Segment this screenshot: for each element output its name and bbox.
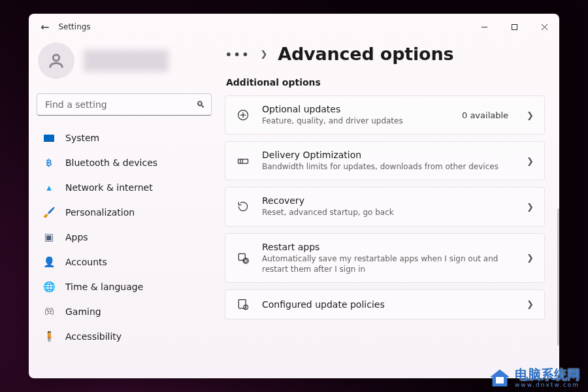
watermark-url: www.dnxtw.com xyxy=(515,382,580,388)
apps-icon: ▣ xyxy=(43,231,55,243)
sidebar-item-network[interactable]: ▴ Network & internet xyxy=(35,176,213,199)
accessibility-icon: 🧍 xyxy=(43,331,55,342)
scrollbar-thumb[interactable] xyxy=(557,208,559,346)
card-optional-updates[interactable]: Optional updates Feature, quality, and d… xyxy=(225,95,545,135)
main-content: ••• ❯ Advanced options Additional option… xyxy=(220,40,559,378)
sidebar-item-label: Time & language xyxy=(65,282,143,292)
card-configured-policies[interactable]: Configured update policies ❯ xyxy=(225,289,545,319)
watermark-text: 电脑系统网 xyxy=(515,368,580,381)
card-body: Restart apps Automatically save my resta… xyxy=(262,242,508,274)
window-body: 🔍︎ System ฿︎ Bluetooth & devices ▴ Netwo… xyxy=(29,40,559,378)
maximize-button[interactable] xyxy=(499,14,529,40)
card-title: Delivery Optimization xyxy=(262,150,508,160)
sidebar-item-accessibility[interactable]: 🧍 Accessibility xyxy=(35,325,213,348)
bluetooth-icon: ฿︎ xyxy=(43,157,55,169)
recovery-icon xyxy=(236,200,250,213)
avatar xyxy=(38,42,74,79)
system-icon xyxy=(43,132,55,144)
breadcrumb: ••• ❯ Advanced options xyxy=(225,44,545,64)
back-button[interactable]: ← xyxy=(41,21,58,33)
card-body: Recovery Reset, advanced startup, go bac… xyxy=(262,195,508,218)
svg-rect-1 xyxy=(512,24,517,29)
svg-point-4 xyxy=(53,55,59,61)
card-title: Configured update policies xyxy=(262,299,508,310)
chevron-right-icon: ❯ xyxy=(260,49,267,59)
watermark: 电脑系统网 www.dnxtw.com xyxy=(490,368,580,388)
sidebar-item-label: Bluetooth & devices xyxy=(65,157,157,168)
profile-block[interactable] xyxy=(35,40,213,91)
card-body: Optional updates Feature, quality, and d… xyxy=(262,104,450,126)
sidebar-item-apps[interactable]: ▣ Apps xyxy=(35,225,213,249)
profile-name-redacted xyxy=(84,50,169,72)
sidebar: 🔍︎ System ฿︎ Bluetooth & devices ▴ Netwo… xyxy=(29,40,220,378)
card-recovery[interactable]: Recovery Reset, advanced startup, go bac… xyxy=(225,187,545,226)
minimize-button[interactable] xyxy=(469,14,499,40)
svg-rect-8 xyxy=(238,159,248,164)
chevron-right-icon: ❯ xyxy=(527,299,534,309)
svg-rect-13 xyxy=(238,299,246,308)
card-delivery-optimization[interactable]: Delivery Optimization Bandwidth limits f… xyxy=(225,141,545,180)
sidebar-item-label: Apps xyxy=(65,232,88,242)
titlebar: ← Settings xyxy=(29,14,559,40)
card-body: Delivery Optimization Bandwidth limits f… xyxy=(262,150,508,172)
globe-clock-icon: 🌐 xyxy=(43,281,55,293)
delivery-icon xyxy=(236,154,250,167)
house-icon xyxy=(490,370,510,387)
card-restart-apps[interactable]: Restart apps Automatically save my resta… xyxy=(225,233,545,283)
breadcrumb-overflow-button[interactable]: ••• xyxy=(225,46,250,62)
accounts-icon: 👤 xyxy=(43,256,55,268)
gamepad-icon: 🎮︎ xyxy=(43,306,55,318)
card-aux-text: 0 available xyxy=(462,110,508,120)
policy-icon xyxy=(236,298,250,311)
chevron-right-icon: ❯ xyxy=(527,110,534,120)
sidebar-item-label: Gaming xyxy=(65,306,101,317)
plus-circle-icon xyxy=(236,108,250,122)
card-title: Optional updates xyxy=(262,104,450,114)
restart-apps-icon xyxy=(236,252,250,265)
chevron-right-icon: ❯ xyxy=(527,253,534,263)
card-title: Recovery xyxy=(262,195,508,206)
window-title: Settings xyxy=(58,22,90,31)
chevron-right-icon: ❯ xyxy=(527,202,534,212)
sidebar-item-accounts[interactable]: 👤 Accounts xyxy=(35,250,213,274)
card-subtitle: Bandwidth limits for updates, downloads … xyxy=(262,161,508,172)
settings-window: ← Settings 🔍︎ xyxy=(29,14,559,378)
sidebar-item-gaming[interactable]: 🎮︎ Gaming xyxy=(35,300,213,323)
chevron-right-icon: ❯ xyxy=(527,156,534,166)
page-title: Advanced options xyxy=(278,44,453,64)
section-heading: Additional options xyxy=(226,77,545,88)
sidebar-item-label: Accessibility xyxy=(65,331,122,342)
sidebar-item-time-language[interactable]: 🌐 Time & language xyxy=(35,275,213,299)
sidebar-nav: System ฿︎ Bluetooth & devices ▴ Network … xyxy=(35,126,213,348)
sidebar-item-label: Network & internet xyxy=(65,182,153,193)
card-subtitle: Reset, advanced startup, go back xyxy=(262,207,508,218)
sidebar-item-label: System xyxy=(65,133,99,143)
card-title: Restart apps xyxy=(262,242,508,252)
svg-rect-11 xyxy=(238,253,245,260)
card-body: Configured update policies xyxy=(262,299,508,310)
search-input[interactable] xyxy=(37,93,212,116)
close-button[interactable] xyxy=(529,14,559,40)
wifi-icon: ▴ xyxy=(43,182,55,193)
sidebar-item-personalization[interactable]: 🖌️ Personalization xyxy=(35,201,213,224)
sidebar-item-label: Accounts xyxy=(65,257,107,267)
card-subtitle: Feature, quality, and driver updates xyxy=(262,116,450,126)
sidebar-item-system[interactable]: System xyxy=(35,126,213,150)
card-subtitle: Automatically save my restartable apps w… xyxy=(262,253,508,274)
sidebar-item-bluetooth[interactable]: ฿︎ Bluetooth & devices xyxy=(35,151,213,174)
window-controls xyxy=(469,14,559,40)
search-wrap: 🔍︎ xyxy=(37,93,212,116)
paintbrush-icon: 🖌️ xyxy=(43,206,55,218)
sidebar-item-label: Personalization xyxy=(65,207,135,218)
